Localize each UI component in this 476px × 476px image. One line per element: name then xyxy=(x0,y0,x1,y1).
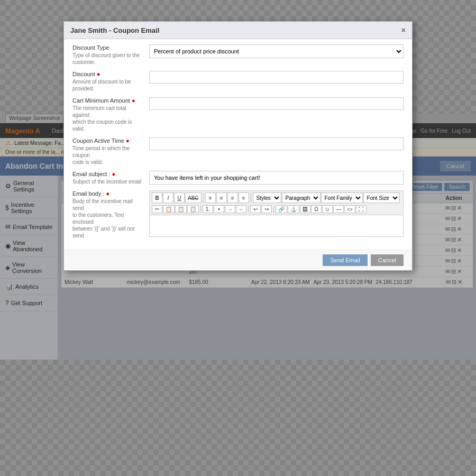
modal-close-button[interactable]: × xyxy=(401,26,406,34)
coupon-active-time-row: Coupon Active Time ● Time period in whic… xyxy=(72,138,404,166)
discount-type-label: Discount Type xyxy=(72,44,144,51)
rte-copy-button[interactable]: 📋 xyxy=(163,205,175,213)
discount-type-row: Discount Type Type of discount given to … xyxy=(72,44,404,66)
cart-minimum-control xyxy=(149,97,404,110)
rte-image-button[interactable]: 🖼 xyxy=(300,205,310,213)
cart-minimum-hint: The minimum cart total against which the… xyxy=(72,105,144,132)
rte-link-button[interactable]: 🔗 xyxy=(276,205,287,213)
coupon-active-time-control xyxy=(149,138,404,150)
rte-align-left-button[interactable]: ≡ xyxy=(205,193,216,203)
rte-styles-select[interactable]: Styles xyxy=(253,193,281,203)
email-subject-row: Email subject : ● Subject of the incenti… xyxy=(72,171,404,185)
rte-toolbar-row-1: B I U ABC ≡ ≡ ≡ ≡ S xyxy=(152,193,401,203)
rte-font-size-select[interactable]: Font Size xyxy=(363,193,400,203)
rte-paste-button[interactable]: 📋 xyxy=(175,205,187,213)
rte-toolbar: B I U ABC ≡ ≡ ≡ ≡ S xyxy=(150,191,403,215)
rte-ol-button[interactable]: 1. xyxy=(203,205,213,213)
coupon-email-modal: Jane Smith - Coupon Email × Discount Typ… xyxy=(63,21,413,271)
coupon-active-time-label-col: Coupon Active Time ● Time period in whic… xyxy=(72,138,149,166)
discount-type-select[interactable]: Percent of product price discount Fixed … xyxy=(149,44,404,58)
rte-separator-2 xyxy=(251,193,251,203)
rte-hr-button[interactable]: — xyxy=(333,205,344,213)
rte-content-area[interactable] xyxy=(150,215,403,236)
email-body-label-col: Email body : ● Body of the incentive mai… xyxy=(72,190,149,239)
modal-body: Discount Type Type of discount given to … xyxy=(64,39,412,250)
email-body-label: Email body : ● xyxy=(72,190,144,197)
modal-cancel-button[interactable]: Cancel xyxy=(371,254,404,266)
rte-emoticon-button[interactable]: ☺ xyxy=(322,205,333,213)
coupon-active-time-hint: Time period in which the coupon code is … xyxy=(72,145,144,166)
rte-paste-text-button[interactable]: 📋 xyxy=(187,205,199,213)
rte-separator-1 xyxy=(203,193,204,203)
rte-indent-button[interactable]: → xyxy=(225,205,235,213)
rte-font-family-select[interactable]: Font Family xyxy=(321,193,363,203)
rte-align-right-button[interactable]: ≡ xyxy=(227,193,238,203)
rte-italic-button[interactable]: I xyxy=(163,193,173,203)
cart-minimum-row: Cart Minimum Amount ● The minimum cart t… xyxy=(72,97,404,132)
email-subject-input[interactable] xyxy=(149,171,404,185)
rte-bold-button[interactable]: B xyxy=(152,193,162,203)
rte-separator-5 xyxy=(273,206,274,213)
discount-label-col: Discount ● Amount of discount to be prov… xyxy=(72,71,149,92)
rte-source-button[interactable]: <> xyxy=(344,205,355,213)
cart-minimum-label-col: Cart Minimum Amount ● The minimum cart t… xyxy=(72,97,149,132)
discount-required: ● xyxy=(97,71,100,77)
discount-label: Discount ● xyxy=(72,71,144,77)
modal-overlay: Jane Smith - Coupon Email × Discount Typ… xyxy=(0,0,476,476)
email-subject-label-col: Email subject : ● Subject of the incenti… xyxy=(72,171,149,185)
rte-align-center-button[interactable]: ≡ xyxy=(216,193,227,203)
discount-hint: Amount of discount to be provided. xyxy=(72,78,144,92)
rte-special-char-button[interactable]: Ω xyxy=(311,205,322,213)
discount-control xyxy=(149,71,404,84)
rte-ul-button[interactable]: • xyxy=(214,205,224,213)
rte-strikethrough-button[interactable]: ABC xyxy=(185,193,202,203)
rte-separator-3 xyxy=(200,206,201,213)
discount-row: Discount ● Amount of discount to be prov… xyxy=(72,71,404,92)
email-body-row: Email body : ● Body of the incentive mai… xyxy=(72,190,404,239)
discount-input[interactable] xyxy=(149,71,404,84)
rte-redo-button[interactable]: ↪ xyxy=(261,205,272,213)
coupon-time-required: ● xyxy=(126,138,130,144)
discount-type-label-col: Discount Type Type of discount given to … xyxy=(72,44,149,66)
rte-underline-button[interactable]: U xyxy=(174,193,185,203)
email-subject-required: ● xyxy=(112,171,116,177)
discount-type-control: Percent of product price discount Fixed … xyxy=(149,44,404,58)
rte-fullscreen-button[interactable]: ⛶ xyxy=(356,205,367,213)
email-subject-hint: Subject of the incentive email xyxy=(72,178,144,185)
rte-undo-button[interactable]: ↩ xyxy=(250,205,261,213)
rich-text-editor: B I U ABC ≡ ≡ ≡ ≡ S xyxy=(149,190,404,237)
rte-anchor-button[interactable]: ⚓ xyxy=(288,205,299,213)
email-subject-control xyxy=(149,171,404,185)
coupon-active-time-label: Coupon Active Time ● xyxy=(72,138,144,144)
rte-separator-4 xyxy=(248,206,249,213)
modal-footer: Send Email Cancel xyxy=(64,250,412,270)
email-body-required: ● xyxy=(106,190,110,197)
cart-minimum-label: Cart Minimum Amount ● xyxy=(72,97,144,104)
modal-title: Jane Smith - Coupon Email xyxy=(70,26,159,34)
email-subject-label: Email subject : ● xyxy=(72,171,144,177)
coupon-active-time-input[interactable] xyxy=(149,138,404,150)
send-email-button[interactable]: Send Email xyxy=(323,254,367,266)
rte-toolbar-row-2: ✂ 📋 📋 📋 1. • → ← ↩ xyxy=(152,205,401,213)
email-body-control: B I U ABC ≡ ≡ ≡ ≡ S xyxy=(149,190,404,237)
email-body-hint: Body of the incentive mail send to the c… xyxy=(72,198,144,239)
rte-paragraph-select[interactable]: Paragraph xyxy=(282,193,321,203)
rte-justify-button[interactable]: ≡ xyxy=(239,193,249,203)
rte-outdent-button[interactable]: ← xyxy=(236,205,246,213)
cart-minimum-input[interactable] xyxy=(149,97,404,110)
discount-type-hint: Type of discount given to the customer. xyxy=(72,52,144,66)
modal-title-bar: Jane Smith - Coupon Email × xyxy=(64,22,412,39)
cart-minimum-required: ● xyxy=(132,97,135,104)
rte-cut-button[interactable]: ✂ xyxy=(152,205,162,213)
